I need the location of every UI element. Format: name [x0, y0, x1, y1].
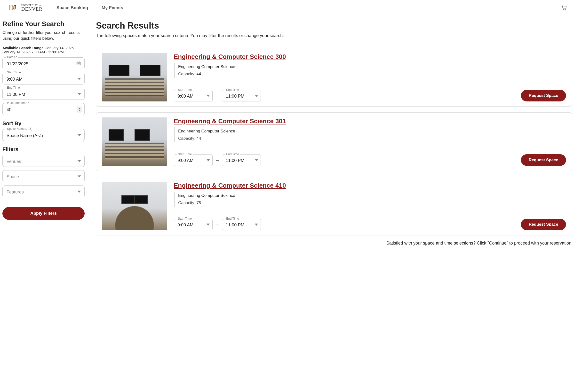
result-end-time-field[interactable]: End Time 11:00 PM [222, 90, 261, 101]
cart-button[interactable] [560, 4, 567, 12]
cart-icon [560, 7, 567, 11]
chevron-down-icon [255, 223, 258, 227]
chevron-down-icon [206, 94, 210, 98]
sort-label: Space Name (A-Z) [6, 127, 33, 131]
room-title-link[interactable]: Engineering & Computer Science 300 [174, 53, 566, 60]
end-time-label: End Time [6, 86, 21, 89]
number-stepper[interactable]: ▲ ▼ [77, 107, 82, 112]
features-placeholder: Features [6, 189, 24, 194]
brand-logo[interactable]: UNIVERSITY of DENVER [7, 2, 42, 13]
calendar-icon [76, 61, 81, 67]
thumbnail-rows-icon [105, 78, 164, 96]
room-thumbnail[interactable] [102, 53, 167, 101]
svg-point-0 [563, 9, 564, 10]
page-subtitle: The following spaces match your search c… [96, 33, 568, 38]
result-end-time-field[interactable]: End Time 11:00 PM [222, 219, 261, 230]
nav-my-events[interactable]: My Events [102, 5, 123, 10]
room-capacity: Capacity: 75 [178, 201, 566, 205]
thumbnail-screens-icon [109, 65, 161, 76]
result-end-value: 11:00 PM [226, 158, 244, 163]
venues-filter[interactable]: Venues [2, 155, 85, 167]
time-dash: – [216, 93, 219, 98]
brand-text: UNIVERSITY of DENVER [21, 4, 42, 11]
apply-filters-button[interactable]: Apply Filters [2, 207, 85, 220]
space-filter[interactable]: Space [2, 170, 85, 182]
result-end-value: 11:00 PM [226, 94, 244, 98]
dates-value: 01/22/2025 [6, 61, 28, 66]
result-start-value: 9:00 AM [177, 223, 193, 227]
room-title-link[interactable]: Engineering & Computer Science 410 [174, 182, 566, 189]
attendees-value: 40 [6, 107, 11, 112]
request-space-button[interactable]: Request Space [521, 154, 566, 166]
result-start-value: 9:00 AM [177, 94, 193, 98]
chevron-down-icon [78, 190, 81, 194]
refine-sidebar: Refine Your Search Change or further fil… [0, 15, 87, 391]
chevron-down-icon [206, 223, 210, 227]
result-end-label: End Time [225, 217, 240, 220]
chevron-down-icon [255, 159, 258, 163]
dates-label: Dates * [6, 56, 18, 59]
result-card: Engineering & Computer Science 301 Engin… [96, 112, 572, 171]
chevron-down-icon [78, 93, 81, 97]
result-start-label: Start Time [177, 88, 193, 92]
brand-mark-icon [7, 2, 19, 13]
result-card: Engineering & Computer Science 410 Engin… [96, 177, 572, 235]
time-dash: – [216, 157, 219, 163]
room-thumbnail[interactable] [102, 182, 167, 230]
brand-denver: DENVER [21, 6, 42, 11]
continue-footnote: Satisfied with your space and time selec… [96, 241, 574, 246]
capacity-value: 44 [197, 72, 201, 76]
top-bar: UNIVERSITY of DENVER Space Booking My Ev… [0, 0, 574, 15]
svg-point-1 [565, 9, 566, 10]
room-title-link[interactable]: Engineering & Computer Science 301 [174, 117, 566, 125]
chevron-down-icon [78, 134, 81, 138]
room-building: Engineering Computer Science [178, 193, 566, 198]
start-time-label: Start Time [6, 71, 22, 74]
space-placeholder: Space [6, 174, 19, 179]
sidebar-title: Refine Your Search [2, 20, 85, 28]
filters-heading: Filters [2, 146, 85, 152]
result-card: Engineering & Computer Science 300 Engin… [96, 48, 572, 107]
result-end-label: End Time [225, 152, 240, 156]
attendees-field[interactable]: # Of Attendees * 40 ▲ ▼ [2, 103, 85, 115]
result-end-time-field[interactable]: End Time 11:00 PM [222, 154, 261, 166]
room-thumbnail[interactable] [102, 117, 167, 166]
thumbnail-screens-icon [109, 129, 161, 141]
dates-field[interactable]: Dates * 01/22/2025 [2, 57, 85, 69]
start-time-value: 9:00 AM [6, 77, 22, 82]
capacity-value: 75 [197, 201, 201, 205]
thumbnail-screens-icon [122, 195, 147, 204]
request-space-button[interactable]: Request Space [521, 219, 566, 230]
end-time-field[interactable]: End Time 11:00 PM [2, 88, 85, 100]
result-start-time-field[interactable]: Start Time 9:00 AM [174, 219, 213, 230]
results-list: Engineering & Computer Science 300 Engin… [96, 48, 574, 235]
available-range: Available Search Range: January 14, 2025… [2, 46, 85, 54]
chevron-down-icon: ▼ [78, 110, 81, 112]
room-building: Engineering Computer Science [178, 129, 566, 134]
chevron-down-icon [78, 160, 81, 164]
sort-heading: Sort By [2, 120, 85, 127]
main-content: Search Results The following spaces matc… [87, 15, 574, 391]
result-start-time-field[interactable]: Start Time 9:00 AM [174, 90, 213, 101]
venues-placeholder: Venues [6, 159, 21, 164]
sort-field[interactable]: Space Name (A-Z) Space Name (A-Z) [2, 129, 85, 141]
result-start-time-field[interactable]: Start Time 9:00 AM [174, 154, 213, 166]
thumbnail-rows-icon [105, 143, 164, 160]
time-dash: – [216, 222, 219, 227]
nav-space-booking[interactable]: Space Booking [57, 5, 88, 10]
room-capacity: Capacity: 44 [178, 136, 566, 141]
page-title: Search Results [96, 20, 574, 31]
chevron-down-icon [78, 175, 81, 179]
start-time-field[interactable]: Start Time 9:00 AM [2, 73, 85, 85]
capacity-label: Capacity: [178, 72, 197, 76]
capacity-label: Capacity: [178, 201, 197, 205]
room-capacity: Capacity: 44 [178, 72, 566, 76]
sidebar-subtitle: Change or further filter your search res… [2, 30, 85, 41]
request-space-button[interactable]: Request Space [521, 90, 566, 101]
result-start-label: Start Time [177, 217, 193, 220]
features-filter[interactable]: Features [2, 186, 85, 197]
chevron-down-icon [78, 77, 81, 82]
main-nav: Space Booking My Events [57, 5, 123, 10]
chevron-down-icon [206, 159, 210, 163]
end-time-value: 11:00 PM [6, 92, 25, 97]
